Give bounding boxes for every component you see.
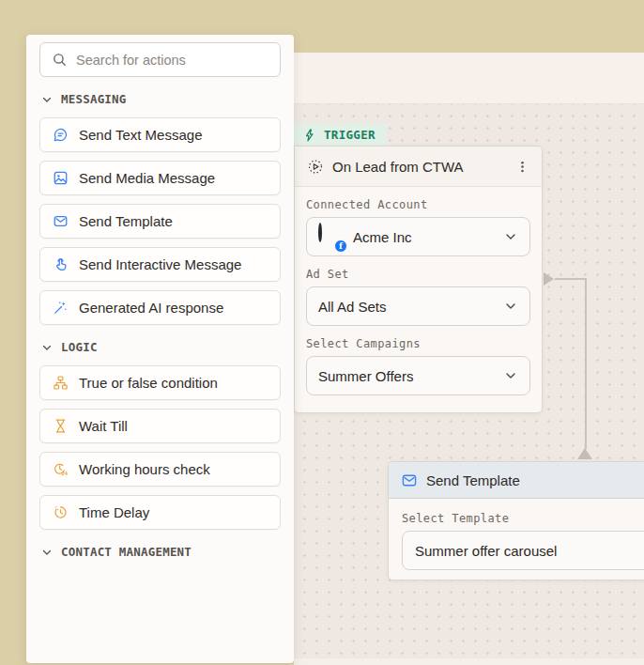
- template-select[interactable]: Summer offer carousel: [402, 531, 644, 570]
- action-working-hours-check[interactable]: 24 Working hours check: [39, 452, 281, 487]
- trigger-badge-label: TRIGGER: [324, 128, 376, 142]
- ad-set-select[interactable]: All Ad Sets: [306, 286, 530, 326]
- search-icon: [51, 52, 68, 68]
- chevron-down-icon: [503, 229, 518, 244]
- account-avatar: f: [318, 224, 344, 250]
- template-node-body: Select Template Summer offer carousel: [389, 499, 644, 581]
- field-label: Select Campaigns: [306, 337, 530, 350]
- section-label: CONTACT MANAGEMENT: [61, 545, 192, 559]
- action-label: Send Interactive Message: [79, 256, 241, 272]
- edge-arrow-target: [577, 448, 592, 459]
- action-send-media-message[interactable]: Send Media Message: [39, 161, 281, 195]
- connected-account-select[interactable]: f Acme Inc: [306, 217, 530, 256]
- chevron-down-icon: [503, 299, 518, 314]
- action-label: Generated AI response: [79, 300, 223, 316]
- select-value: Summer Offers: [318, 368, 494, 384]
- chevron-down-icon: [41, 94, 53, 105]
- action-label: Send Template: [79, 213, 173, 229]
- field-label: Ad Set: [306, 268, 530, 281]
- edge-horizontal: [555, 278, 586, 280]
- kebab-menu-icon[interactable]: [515, 160, 529, 174]
- zap-icon: [301, 129, 318, 142]
- hand-tap-icon: [52, 256, 69, 272]
- action-label: Wait Till: [79, 418, 128, 434]
- envelope-icon: [401, 472, 418, 489]
- section-header-contact-management[interactable]: CONTACT MANAGEMENT: [41, 545, 279, 559]
- app-root: TRIGGER On Lead from CTWA Connected Acco…: [0, 0, 644, 665]
- select-value: Acme Inc: [353, 229, 494, 245]
- media-image-icon: [52, 170, 69, 186]
- action-wait-till[interactable]: Wait Till: [39, 409, 281, 443]
- trigger-node[interactable]: On Lead from CTWA Connected Account f Ac…: [294, 146, 543, 413]
- hourglass-icon: [52, 418, 69, 434]
- edge-arrow-right: [544, 272, 554, 286]
- campaigns-select[interactable]: Summer Offers: [306, 356, 530, 395]
- trigger-badge: TRIGGER: [294, 123, 387, 147]
- action-label: Time Delay: [79, 504, 149, 520]
- svg-text:24: 24: [61, 471, 68, 476]
- time-delay-icon: [52, 504, 69, 520]
- action-generated-ai-response[interactable]: Generated AI response: [39, 290, 281, 325]
- template-node-header[interactable]: Send Template: [389, 462, 644, 499]
- trigger-node-body: Connected Account f Acme Inc Ad Set All …: [295, 187, 542, 407]
- chevron-down-icon: [41, 547, 53, 558]
- search-input[interactable]: [76, 53, 269, 68]
- avatar-image: [318, 223, 322, 242]
- action-send-text-message[interactable]: Send Text Message: [39, 117, 281, 152]
- chevron-down-icon: [503, 368, 518, 383]
- action-send-template[interactable]: Send Template: [39, 204, 281, 239]
- template-node-title: Send Template: [426, 472, 644, 488]
- select-value: All Ad Sets: [318, 299, 494, 315]
- action-label: Send Media Message: [79, 170, 215, 186]
- field-label: Select Template: [402, 512, 644, 525]
- envelope-icon: [52, 213, 69, 229]
- flare-icon: [307, 158, 324, 176]
- chat-bubble-icon: [52, 127, 69, 143]
- section-label: LOGIC: [61, 340, 98, 354]
- action-label: True or false condition: [79, 375, 218, 391]
- chevron-down-icon: [41, 342, 53, 353]
- clock-24-icon: 24: [52, 461, 69, 477]
- canvas-bottom-band: [294, 658, 644, 665]
- section-header-messaging[interactable]: MESSAGING: [41, 92, 279, 106]
- field-label: Connected Account: [306, 198, 530, 211]
- send-template-node[interactable]: Send Template Select Template Summer off…: [388, 461, 644, 580]
- facebook-badge-icon: f: [334, 240, 347, 253]
- canvas-top-band: [294, 53, 644, 104]
- select-value: Summer offer carousel: [415, 543, 557, 559]
- branch-icon: [52, 375, 69, 391]
- search-box[interactable]: [39, 42, 281, 77]
- section-label: MESSAGING: [61, 92, 127, 106]
- action-label: Working hours check: [79, 461, 210, 477]
- section-header-logic[interactable]: LOGIC: [41, 340, 279, 354]
- action-label: Send Text Message: [79, 127, 202, 143]
- trigger-node-header[interactable]: On Lead from CTWA: [295, 147, 542, 187]
- trigger-node-title: On Lead from CTWA: [332, 159, 507, 175]
- action-send-interactive-message[interactable]: Send Interactive Message: [39, 247, 281, 282]
- action-time-delay[interactable]: Time Delay: [39, 495, 281, 530]
- magic-wand-icon: [52, 300, 69, 316]
- edge-vertical: [585, 278, 587, 449]
- actions-sidebar: MESSAGING Send Text Message Send Media M…: [26, 35, 294, 663]
- action-true-false-condition[interactable]: True or false condition: [39, 365, 281, 400]
